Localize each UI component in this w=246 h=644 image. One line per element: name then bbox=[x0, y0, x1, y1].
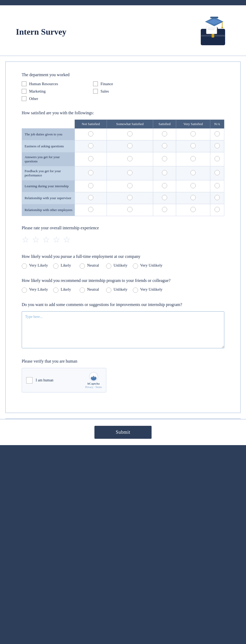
cell-0-1[interactable] bbox=[107, 129, 153, 140]
recommend-neutral[interactable]: Neutral bbox=[80, 287, 101, 293]
recommend-likely[interactable]: Likely bbox=[53, 287, 74, 293]
star-2[interactable]: ☆ bbox=[32, 235, 40, 245]
dept-marketing[interactable]: Marketing bbox=[22, 89, 83, 94]
radio-2-0[interactable] bbox=[88, 156, 93, 161]
radio-1-3[interactable] bbox=[190, 143, 196, 148]
radio-3-0[interactable] bbox=[88, 170, 93, 175]
dept-marketing-checkbox[interactable] bbox=[22, 89, 26, 94]
cell-3-1[interactable] bbox=[107, 166, 153, 180]
radio-1-2[interactable] bbox=[162, 143, 167, 148]
recommend-radio-neutral[interactable] bbox=[80, 287, 85, 293]
radio-0-1[interactable] bbox=[127, 131, 133, 136]
cell-1-4[interactable] bbox=[210, 140, 224, 152]
employment-radio-very-likely[interactable] bbox=[22, 263, 27, 269]
captcha-box[interactable]: I am human bbox=[22, 368, 106, 392]
cell-6-3[interactable] bbox=[176, 204, 210, 216]
cell-5-0[interactable] bbox=[75, 192, 107, 204]
recommend-very-unlikely[interactable]: Very Unlikely bbox=[133, 287, 163, 293]
employment-likely[interactable]: Likely bbox=[53, 263, 74, 269]
radio-6-4[interactable] bbox=[215, 207, 220, 212]
dept-other-checkbox[interactable] bbox=[22, 96, 26, 101]
cell-5-2[interactable] bbox=[153, 192, 176, 204]
cell-5-1[interactable] bbox=[107, 192, 153, 204]
radio-0-0[interactable] bbox=[88, 131, 93, 136]
radio-4-4[interactable] bbox=[215, 183, 220, 188]
recommend-radio-very-likely[interactable] bbox=[22, 287, 27, 293]
radio-0-3[interactable] bbox=[190, 131, 196, 136]
employment-unlikely[interactable]: Unlikely bbox=[106, 263, 127, 269]
radio-1-4[interactable] bbox=[215, 143, 220, 148]
cell-6-1[interactable] bbox=[107, 204, 153, 216]
radio-0-2[interactable] bbox=[162, 131, 167, 136]
cell-4-0[interactable] bbox=[75, 180, 107, 192]
cell-0-2[interactable] bbox=[153, 129, 176, 140]
cell-2-0[interactable] bbox=[75, 152, 107, 166]
cell-6-0[interactable] bbox=[75, 204, 107, 216]
radio-5-4[interactable] bbox=[215, 195, 220, 200]
radio-0-4[interactable] bbox=[215, 131, 220, 136]
radio-2-1[interactable] bbox=[127, 156, 133, 161]
cell-2-4[interactable] bbox=[210, 152, 224, 166]
star-3[interactable]: ☆ bbox=[42, 235, 50, 245]
cell-1-0[interactable] bbox=[75, 140, 107, 152]
radio-5-1[interactable] bbox=[127, 195, 133, 200]
cell-2-2[interactable] bbox=[153, 152, 176, 166]
cell-3-4[interactable] bbox=[210, 166, 224, 180]
star-1[interactable]: ☆ bbox=[22, 235, 29, 245]
radio-2-4[interactable] bbox=[215, 156, 220, 161]
cell-6-4[interactable] bbox=[210, 204, 224, 216]
dept-hr-checkbox[interactable] bbox=[22, 81, 26, 86]
dept-other[interactable]: Other bbox=[22, 96, 83, 101]
employment-radio-likely[interactable] bbox=[53, 263, 58, 269]
employment-radio-neutral[interactable] bbox=[80, 263, 85, 269]
dept-finance-checkbox[interactable] bbox=[93, 81, 98, 86]
employment-neutral[interactable]: Neutral bbox=[80, 263, 101, 269]
cell-2-1[interactable] bbox=[107, 152, 153, 166]
cell-0-0[interactable] bbox=[75, 129, 107, 140]
dept-hr[interactable]: Human Resources bbox=[22, 81, 83, 86]
cell-1-1[interactable] bbox=[107, 140, 153, 152]
cell-3-2[interactable] bbox=[153, 166, 176, 180]
radio-3-4[interactable] bbox=[215, 170, 220, 175]
captcha-checkbox[interactable] bbox=[26, 377, 33, 383]
employment-very-unlikely[interactable]: Very Unlikely bbox=[133, 263, 163, 269]
recommend-radio-likely[interactable] bbox=[53, 287, 58, 293]
radio-2-2[interactable] bbox=[162, 156, 167, 161]
radio-6-3[interactable] bbox=[190, 207, 196, 212]
cell-1-2[interactable] bbox=[153, 140, 176, 152]
cell-4-4[interactable] bbox=[210, 180, 224, 192]
comments-textarea[interactable] bbox=[22, 311, 224, 348]
dept-sales-checkbox[interactable] bbox=[93, 89, 98, 94]
employment-very-likely[interactable]: Very Likely bbox=[22, 263, 48, 269]
employment-radio-very-unlikely[interactable] bbox=[133, 263, 138, 269]
recommend-radio-very-unlikely[interactable] bbox=[133, 287, 138, 293]
radio-6-2[interactable] bbox=[162, 207, 167, 212]
radio-6-0[interactable] bbox=[88, 207, 93, 212]
cell-1-3[interactable] bbox=[176, 140, 210, 152]
radio-3-2[interactable] bbox=[162, 170, 167, 175]
radio-6-1[interactable] bbox=[127, 207, 133, 212]
radio-2-3[interactable] bbox=[190, 156, 196, 161]
cell-3-0[interactable] bbox=[75, 166, 107, 180]
cell-2-3[interactable] bbox=[176, 152, 210, 166]
radio-5-2[interactable] bbox=[162, 195, 167, 200]
radio-5-3[interactable] bbox=[190, 195, 196, 200]
recommend-unlikely[interactable]: Unlikely bbox=[106, 287, 127, 293]
cell-0-4[interactable] bbox=[210, 129, 224, 140]
cell-6-2[interactable] bbox=[153, 204, 176, 216]
radio-5-0[interactable] bbox=[88, 195, 93, 200]
radio-1-1[interactable] bbox=[127, 143, 133, 148]
submit-button[interactable]: Submit bbox=[94, 426, 151, 439]
cell-0-3[interactable] bbox=[176, 129, 210, 140]
cell-5-4[interactable] bbox=[210, 192, 224, 204]
dept-finance[interactable]: Finance bbox=[93, 81, 154, 86]
radio-1-0[interactable] bbox=[88, 143, 93, 148]
cell-4-3[interactable] bbox=[176, 180, 210, 192]
cell-3-3[interactable] bbox=[176, 166, 210, 180]
radio-3-3[interactable] bbox=[190, 170, 196, 175]
cell-5-3[interactable] bbox=[176, 192, 210, 204]
radio-3-1[interactable] bbox=[127, 170, 133, 175]
employment-radio-unlikely[interactable] bbox=[106, 263, 111, 269]
radio-4-3[interactable] bbox=[190, 183, 196, 188]
dept-sales[interactable]: Sales bbox=[93, 89, 154, 94]
